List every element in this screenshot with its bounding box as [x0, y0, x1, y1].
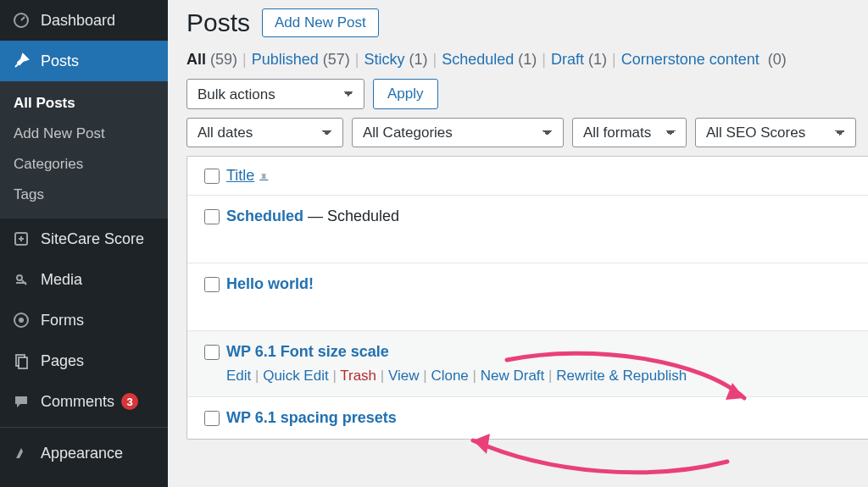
table-row: Hello world!: [187, 263, 868, 331]
pin-icon: [12, 52, 31, 70]
dates-filter-select[interactable]: All dates: [186, 118, 343, 147]
plus-box-icon: [12, 230, 31, 248]
comments-icon: [12, 392, 31, 411]
action-rewrite-republish[interactable]: Rewrite & Republish: [556, 368, 687, 384]
filter-published-count: (57): [323, 51, 350, 68]
menu-appearance[interactable]: Appearance: [0, 433, 168, 473]
filter-draft[interactable]: Draft: [551, 51, 584, 68]
menu-forms[interactable]: Forms: [0, 300, 168, 340]
action-trash[interactable]: Trash: [340, 368, 376, 384]
table-header-row: Title ▲▼: [187, 157, 868, 196]
menu-label: Comments: [41, 393, 114, 411]
menu-label: Forms: [41, 312, 84, 329]
table-row: WP 6.1 spacing presets: [187, 397, 868, 439]
row-actions: Edit | Quick Edit | Trash | View | Clone…: [226, 368, 868, 385]
menu-media[interactable]: Media: [0, 259, 168, 300]
row-checkbox[interactable]: [204, 277, 220, 292]
forms-icon: [12, 311, 31, 329]
column-title-sort[interactable]: Title ▲▼: [226, 167, 268, 185]
menu-separator: [0, 427, 168, 428]
page-title: Posts: [186, 8, 250, 37]
menu-comments[interactable]: Comments 3: [0, 381, 168, 422]
apply-button[interactable]: Apply: [373, 79, 438, 109]
post-title-link[interactable]: Hello world!: [226, 275, 314, 292]
comments-count-badge: 3: [121, 393, 138, 410]
menu-label: Posts: [41, 53, 79, 70]
seo-filter-select[interactable]: All SEO Scores: [695, 118, 856, 147]
filter-cornerstone-count: (0): [768, 51, 787, 68]
svg-point-2: [17, 275, 22, 280]
categories-filter-select[interactable]: All Categories: [352, 118, 564, 147]
row-checkbox[interactable]: [204, 411, 220, 426]
filter-sticky-count: (1): [409, 51, 428, 68]
bulk-actions-select[interactable]: Bulk actions: [186, 79, 364, 109]
posts-submenu: All Posts Add New Post Categories Tags: [0, 81, 168, 219]
action-clone[interactable]: Clone: [431, 368, 468, 384]
post-title-link[interactable]: WP 6.1 spacing presets: [226, 409, 397, 426]
action-edit[interactable]: Edit: [226, 368, 251, 384]
menu-posts[interactable]: Posts: [0, 41, 168, 81]
main-content: Posts Add New Post All (59) | Published …: [168, 0, 868, 487]
post-title-link[interactable]: Scheduled: [226, 208, 303, 224]
posts-table: Title ▲▼ Scheduled — Scheduled Hello wor…: [186, 156, 868, 440]
filter-published[interactable]: Published: [252, 51, 319, 68]
svg-rect-6: [19, 357, 27, 368]
add-new-post-button[interactable]: Add New Post: [262, 8, 379, 37]
submenu-categories[interactable]: Categories: [0, 149, 168, 180]
post-state: — Scheduled: [303, 208, 399, 224]
row-checkbox[interactable]: [204, 209, 220, 224]
action-view[interactable]: View: [388, 368, 420, 384]
submenu-tags[interactable]: Tags: [0, 180, 168, 210]
filter-all-count: (59): [210, 51, 237, 68]
menu-label: SiteCare Score: [41, 230, 144, 248]
filter-sticky[interactable]: Sticky: [364, 51, 405, 68]
menu-dashboard[interactable]: Dashboard: [0, 0, 168, 41]
menu-label: Pages: [41, 352, 84, 370]
menu-label: Appearance: [41, 445, 123, 462]
table-row: Scheduled — Scheduled: [187, 196, 868, 263]
pages-icon: [12, 351, 31, 370]
svg-point-4: [19, 318, 24, 323]
media-icon: [12, 270, 31, 289]
action-quick-edit[interactable]: Quick Edit: [263, 368, 328, 384]
submenu-all-posts[interactable]: All Posts: [0, 88, 168, 119]
appearance-icon: [12, 444, 31, 462]
filter-all[interactable]: All: [186, 51, 206, 68]
menu-sitecare[interactable]: SiteCare Score: [0, 219, 168, 259]
dashboard-icon: [12, 11, 31, 30]
filter-cornerstone[interactable]: Cornerstone content: [621, 51, 760, 68]
menu-label: Media: [41, 271, 82, 289]
filter-scheduled-count: (1): [518, 51, 537, 68]
select-all-checkbox[interactable]: [204, 169, 220, 184]
row-checkbox[interactable]: [204, 345, 220, 360]
filter-draft-count: (1): [588, 51, 607, 68]
menu-label: Dashboard: [41, 12, 115, 30]
action-new-draft[interactable]: New Draft: [481, 368, 545, 384]
admin-sidebar: Dashboard Posts All Posts Add New Post C…: [0, 0, 168, 487]
post-title-link[interactable]: WP 6.1 Font size scale: [226, 343, 389, 360]
menu-pages[interactable]: Pages: [0, 340, 168, 381]
submenu-add-new[interactable]: Add New Post: [0, 119, 168, 149]
status-filters: All (59) | Published (57) | Sticky (1) |…: [186, 51, 868, 69]
filter-scheduled[interactable]: Scheduled: [442, 51, 514, 68]
formats-filter-select[interactable]: All formats: [572, 118, 687, 147]
table-row: WP 6.1 Font size scale Edit | Quick Edit…: [187, 331, 868, 397]
